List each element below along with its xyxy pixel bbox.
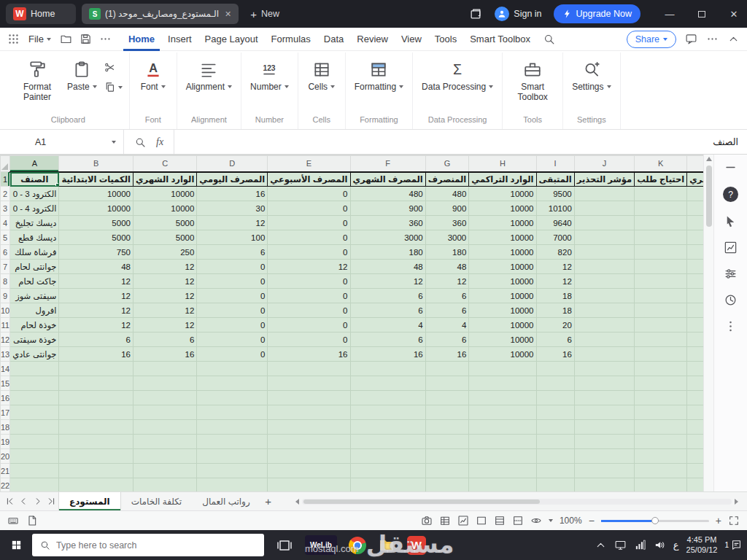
cell-E10[interactable]: 0	[268, 303, 350, 318]
cell-F4[interactable]: 360	[350, 216, 425, 230]
cell-E15[interactable]	[268, 376, 350, 391]
wps-office-app-icon[interactable]: W	[407, 536, 426, 555]
cell-C21[interactable]	[133, 464, 196, 478]
cell-G18[interactable]	[425, 420, 469, 435]
cell-A1[interactable]: الصنف	[10, 172, 59, 187]
row-header-21[interactable]: 21	[1, 464, 10, 478]
document-tab[interactable]: S الـمستودع_ومصاريف_موحد (1) ✕	[82, 4, 239, 24]
cell-E3[interactable]: 0	[268, 201, 350, 216]
cell-C1[interactable]: الوارد الشهري	[133, 172, 196, 187]
file-explorer-icon[interactable]	[378, 537, 395, 554]
upgrade-now-button[interactable]: Upgrade Now	[554, 4, 640, 23]
cell-L17[interactable]	[687, 405, 703, 420]
cell-A11[interactable]: خوذة لحام	[10, 318, 59, 332]
cell-F8[interactable]: 12	[350, 274, 425, 289]
cell-A20[interactable]	[10, 449, 59, 464]
cell-L10[interactable]: 18	[687, 303, 703, 318]
table-icon[interactable]	[439, 515, 451, 526]
save-icon[interactable]	[80, 33, 92, 45]
cell-D21[interactable]	[197, 464, 268, 478]
minimize-window-button[interactable]: —	[657, 0, 683, 28]
cell-A6[interactable]: فرشاة سلك	[10, 245, 59, 260]
column-header-G[interactable]: G	[425, 156, 469, 172]
add-sheet-button[interactable]: +	[260, 495, 276, 508]
language-indicator[interactable]: ع	[673, 540, 679, 551]
cell-H16[interactable]	[469, 391, 536, 405]
cell-L15[interactable]	[687, 376, 703, 391]
zoom-out-button[interactable]: −	[589, 515, 595, 526]
cell-K22[interactable]	[635, 478, 687, 492]
cell-J15[interactable]	[574, 376, 634, 391]
cell-K19[interactable]	[635, 435, 687, 449]
cell-H5[interactable]: 10000	[469, 230, 536, 245]
settings-button[interactable]: Settings	[570, 57, 613, 95]
maximize-window-button[interactable]	[689, 0, 715, 28]
cell-J10[interactable]	[574, 303, 634, 318]
column-header-H[interactable]: H	[469, 156, 536, 172]
cell-C6[interactable]: 250	[133, 245, 196, 260]
cell-F1[interactable]: المصرف الشهري	[350, 172, 425, 187]
cell-E13[interactable]: 16	[268, 347, 350, 362]
cell-J21[interactable]	[574, 464, 634, 478]
cell-D13[interactable]: 0	[197, 347, 268, 362]
more-options-icon[interactable]	[706, 33, 719, 45]
cell-K12[interactable]	[635, 332, 687, 347]
cells-button[interactable]: Cells	[305, 57, 338, 95]
column-header-I[interactable]: I	[536, 156, 574, 172]
row-header-9[interactable]: 9	[1, 289, 10, 303]
chrome-app-icon[interactable]	[349, 537, 366, 554]
cell-J1[interactable]: مؤشر التحذير	[574, 172, 634, 187]
row-header-11[interactable]: 11	[1, 318, 10, 332]
cell-A16[interactable]	[10, 391, 59, 405]
cell-K10[interactable]	[635, 303, 687, 318]
cell-G21[interactable]	[425, 464, 469, 478]
row-header-2[interactable]: 2	[1, 187, 10, 201]
horizontal-scroll-thumb[interactable]	[303, 499, 540, 504]
cell-B8[interactable]: 12	[59, 274, 133, 289]
cell-G7[interactable]: 48	[425, 260, 469, 274]
cell-J12[interactable]	[574, 332, 634, 347]
menu-view[interactable]: View	[396, 28, 427, 51]
cell-L13[interactable]: 16	[687, 347, 703, 362]
cell-A12[interactable]: خوذة سيفتى	[10, 332, 59, 347]
cell-C20[interactable]	[133, 449, 196, 464]
cell-F12[interactable]: 6	[350, 332, 425, 347]
cell-E14[interactable]	[268, 362, 350, 376]
column-header-A[interactable]: A	[10, 156, 59, 172]
cell-A4[interactable]: ديسك تجليخ	[10, 216, 59, 230]
scroll-up-icon[interactable]	[706, 157, 712, 161]
row-header-7[interactable]: 7	[1, 260, 10, 274]
cell-K21[interactable]	[635, 464, 687, 478]
cell-G12[interactable]: 6	[425, 332, 469, 347]
cell-A5[interactable]: ديسك قطع	[10, 230, 59, 245]
cell-L21[interactable]	[687, 464, 703, 478]
view-layout-icon[interactable]	[494, 515, 506, 526]
cell-F6[interactable]: 180	[350, 245, 425, 260]
cell-A18[interactable]	[10, 420, 59, 435]
cell-I19[interactable]	[536, 435, 574, 449]
cell-C8[interactable]: 12	[133, 274, 196, 289]
more-commands-icon[interactable]	[99, 33, 112, 45]
cell-H22[interactable]	[469, 478, 536, 492]
cell-J13[interactable]	[574, 347, 634, 362]
cell-E17[interactable]	[268, 405, 350, 420]
cell-C5[interactable]: 5000	[133, 230, 196, 245]
cell-D20[interactable]	[197, 449, 268, 464]
cell-J6[interactable]	[574, 245, 634, 260]
share-button[interactable]: Share	[627, 31, 676, 48]
cell-H14[interactable]	[469, 362, 536, 376]
cell-I14[interactable]	[536, 362, 574, 376]
cell-H8[interactable]: 10000	[469, 274, 536, 289]
cell-B1[interactable]: الكميات الابتدائية	[59, 172, 133, 187]
chevron-up-icon[interactable]	[595, 539, 607, 551]
cell-K17[interactable]	[635, 405, 687, 420]
camera-icon[interactable]	[421, 515, 433, 526]
cell-E9[interactable]: 0	[268, 289, 350, 303]
cell-J3[interactable]	[574, 201, 634, 216]
cell-E21[interactable]	[268, 464, 350, 478]
cell-F9[interactable]: 6	[350, 289, 425, 303]
cell-F20[interactable]	[350, 449, 425, 464]
row-header-13[interactable]: 13	[1, 347, 10, 362]
row-header-1[interactable]: 1	[1, 172, 10, 187]
search-input[interactable]	[56, 540, 257, 551]
